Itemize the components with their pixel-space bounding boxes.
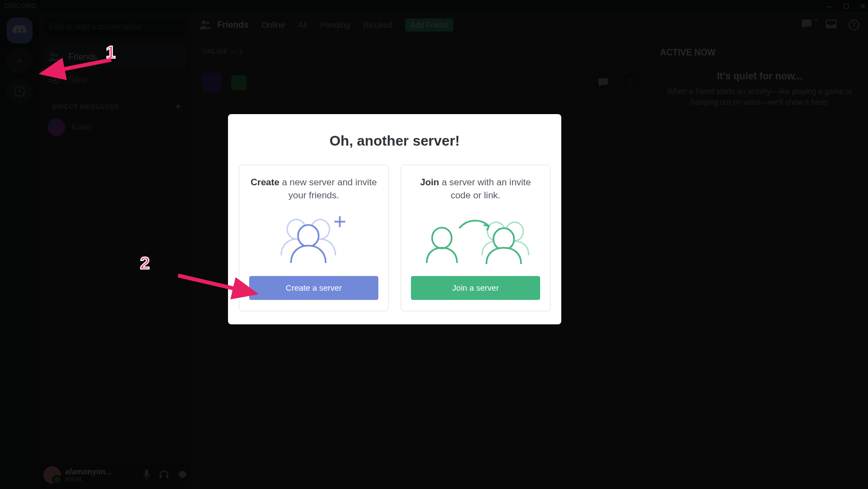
- join-illustration: [421, 212, 530, 266]
- svg-point-13: [432, 228, 452, 248]
- svg-line-17: [42, 60, 111, 73]
- svg-line-18: [178, 275, 255, 293]
- join-server-card: Join a server with an invite code or lin…: [401, 165, 550, 311]
- create-join-server-modal: Oh, another server! Create a new server …: [228, 114, 561, 324]
- create-server-card: Create a new server and invite your frie…: [239, 165, 389, 311]
- modal-title: Oh, another server!: [239, 133, 550, 149]
- create-server-button[interactable]: Create a server: [249, 276, 378, 300]
- svg-point-10: [298, 225, 319, 247]
- svg-point-16: [493, 228, 514, 250]
- join-card-desc: Join a server with an invite code or lin…: [411, 176, 540, 202]
- create-illustration: [270, 212, 357, 266]
- annotation-arrow-2: [174, 269, 261, 302]
- create-card-desc: Create a new server and invite your frie…: [249, 176, 378, 202]
- annotation-arrow-1: [38, 49, 119, 82]
- join-server-button[interactable]: Join a server: [411, 276, 540, 300]
